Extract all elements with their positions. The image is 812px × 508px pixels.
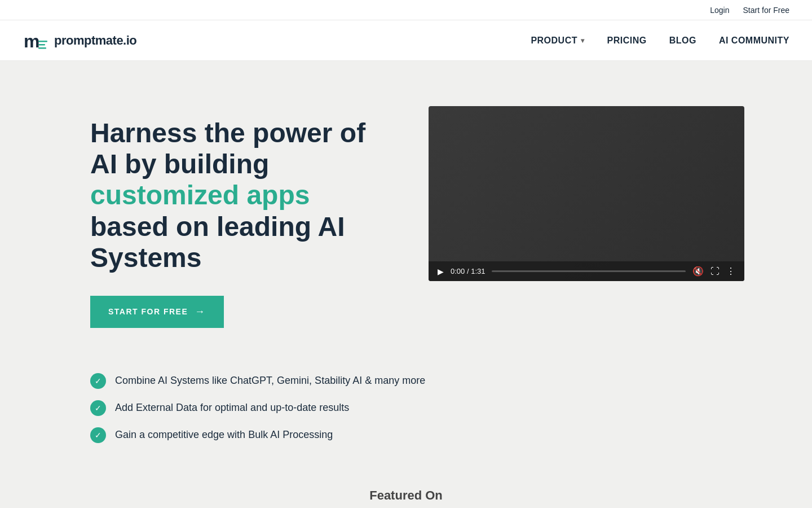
nav-item-ai-community[interactable]: AI COMMUNITY <box>719 36 789 46</box>
nav-item-pricing[interactable]: PRICING <box>607 36 647 46</box>
feature-item-3: ✓ Gain a competitive edge with Bulk AI P… <box>90 427 722 443</box>
nav-links: PRODUCT ▾ PRICING BLOG AI COMMUNITY <box>531 36 789 46</box>
nav-item-product[interactable]: PRODUCT ▾ <box>531 36 584 46</box>
logo-link[interactable]: m promptmate.io <box>23 27 136 54</box>
hero-video-area: ▶ 0:00 / 1:31 🔇 ⛶ ⋮ <box>429 106 744 281</box>
video-progress-bar[interactable] <box>492 270 686 272</box>
svg-rect-4 <box>38 47 46 49</box>
check-icon-2: ✓ <box>90 400 106 416</box>
hero-title-part1: Harness the power of AI by building <box>90 118 365 179</box>
video-time-display: 0:00 / 1:31 <box>451 267 485 275</box>
video-controls-bar: ▶ 0:00 / 1:31 🔇 ⛶ ⋮ <box>429 261 744 281</box>
svg-text:m: m <box>24 31 39 51</box>
start-free-top-link[interactable]: Start for Free <box>743 6 789 15</box>
feature-text-2: Add External Data for optimal and up-to-… <box>115 402 349 414</box>
check-icon-1: ✓ <box>90 373 106 389</box>
check-icon-3: ✓ <box>90 427 106 443</box>
video-frame <box>429 106 744 281</box>
video-player[interactable]: ▶ 0:00 / 1:31 🔇 ⛶ ⋮ <box>429 106 744 281</box>
login-link[interactable]: Login <box>710 6 729 15</box>
top-bar: Login Start for Free <box>0 0 812 20</box>
hero-section: Harness the power of AI by building cust… <box>0 61 812 362</box>
feature-item-2: ✓ Add External Data for optimal and up-t… <box>90 400 722 416</box>
video-fullscreen-button[interactable]: ⛶ <box>710 266 720 277</box>
featured-on-title: Featured On <box>90 488 722 503</box>
feature-item-1: ✓ Combine AI Systems like ChatGPT, Gemin… <box>90 373 722 389</box>
video-mute-button[interactable]: 🔇 <box>692 266 704 277</box>
logo-text: promptmate.io <box>54 33 136 48</box>
svg-rect-3 <box>38 44 45 46</box>
feature-text-1: Combine AI Systems like ChatGPT, Gemini,… <box>115 375 425 387</box>
logo-icon: m <box>23 27 50 54</box>
hero-left: Harness the power of AI by building cust… <box>90 106 372 328</box>
video-play-button[interactable]: ▶ <box>438 267 444 276</box>
hero-title: Harness the power of AI by building cust… <box>90 117 372 273</box>
hero-title-highlight: customized apps <box>90 180 310 210</box>
featured-on-section: Featured On P FEATURED ON Product Hunt ▲… <box>0 466 812 508</box>
chevron-down-icon: ▾ <box>581 37 585 45</box>
features-section: ✓ Combine AI Systems like ChatGPT, Gemin… <box>0 362 812 466</box>
hero-title-part2: based on leading AI Systems <box>90 212 345 273</box>
start-for-free-button[interactable]: START FOR FREE → <box>90 296 224 328</box>
navbar: m promptmate.io PRODUCT ▾ PRICING BLOG A… <box>0 20 812 61</box>
svg-rect-2 <box>38 41 47 42</box>
feature-text-3: Gain a competitive edge with Bulk AI Pro… <box>115 429 333 441</box>
video-more-button[interactable]: ⋮ <box>726 266 735 277</box>
nav-item-blog[interactable]: BLOG <box>669 36 696 46</box>
video-controls-right: 🔇 ⛶ ⋮ <box>692 266 735 277</box>
arrow-right-icon: → <box>195 306 206 318</box>
